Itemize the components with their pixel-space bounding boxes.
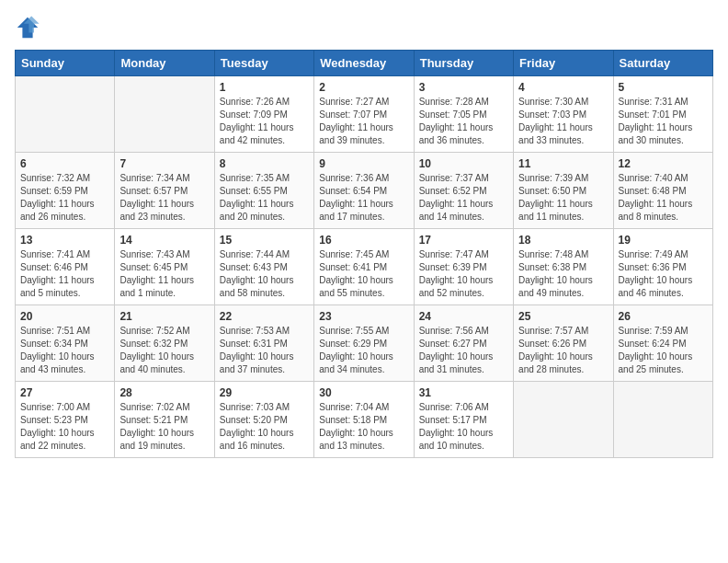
day-number: 23 bbox=[319, 310, 408, 323]
day-cell: 1Sunrise: 7:26 AMSunset: 7:09 PMDaylight… bbox=[214, 76, 313, 153]
day-info: Sunrise: 7:51 AMSunset: 6:34 PMDaylight:… bbox=[20, 325, 109, 376]
day-cell: 31Sunrise: 7:06 AMSunset: 5:17 PMDayligh… bbox=[414, 382, 513, 458]
day-number: 11 bbox=[518, 157, 608, 170]
day-info: Sunrise: 7:37 AMSunset: 6:52 PMDaylight:… bbox=[419, 172, 508, 224]
week-row-1: 1Sunrise: 7:26 AMSunset: 7:09 PMDaylight… bbox=[16, 76, 713, 153]
day-cell: 14Sunrise: 7:43 AMSunset: 6:45 PMDayligh… bbox=[115, 229, 214, 305]
day-info: Sunrise: 7:52 AMSunset: 6:32 PMDaylight:… bbox=[119, 325, 209, 376]
day-cell: 29Sunrise: 7:03 AMSunset: 5:20 PMDayligh… bbox=[214, 382, 313, 458]
day-cell: 19Sunrise: 7:49 AMSunset: 6:36 PMDayligh… bbox=[613, 229, 712, 305]
day-header-thursday: Thursday bbox=[414, 51, 513, 76]
day-cell bbox=[514, 382, 613, 458]
day-number: 12 bbox=[619, 157, 708, 170]
day-number: 18 bbox=[518, 234, 608, 247]
day-header-tuesday: Tuesday bbox=[214, 51, 313, 76]
day-number: 20 bbox=[20, 310, 109, 323]
day-cell: 6Sunrise: 7:32 AMSunset: 6:59 PMDaylight… bbox=[16, 153, 115, 229]
day-number: 2 bbox=[319, 81, 408, 94]
header-row: SundayMondayTuesdayWednesdayThursdayFrid… bbox=[16, 51, 713, 76]
day-number: 10 bbox=[419, 157, 508, 170]
day-info: Sunrise: 7:48 AMSunset: 6:38 PMDaylight:… bbox=[518, 248, 608, 300]
day-number: 1 bbox=[220, 81, 309, 94]
day-cell: 15Sunrise: 7:44 AMSunset: 6:43 PMDayligh… bbox=[214, 229, 313, 305]
day-cell: 17Sunrise: 7:47 AMSunset: 6:39 PMDayligh… bbox=[414, 229, 513, 305]
day-info: Sunrise: 7:43 AMSunset: 6:45 PMDaylight:… bbox=[119, 248, 209, 300]
day-info: Sunrise: 7:36 AMSunset: 6:54 PMDaylight:… bbox=[319, 172, 408, 224]
day-info: Sunrise: 7:00 AMSunset: 5:23 PMDaylight:… bbox=[20, 401, 109, 453]
day-number: 30 bbox=[319, 386, 408, 399]
day-info: Sunrise: 7:06 AMSunset: 5:17 PMDaylight:… bbox=[419, 401, 508, 453]
day-info: Sunrise: 7:39 AMSunset: 6:50 PMDaylight:… bbox=[518, 172, 608, 224]
day-number: 21 bbox=[119, 310, 209, 323]
day-info: Sunrise: 7:26 AMSunset: 7:09 PMDaylight:… bbox=[220, 96, 309, 147]
day-number: 29 bbox=[220, 386, 309, 399]
day-cell bbox=[16, 76, 115, 153]
logo-icon bbox=[15, 15, 40, 40]
day-cell: 21Sunrise: 7:52 AMSunset: 6:32 PMDayligh… bbox=[115, 305, 214, 382]
day-cell: 26Sunrise: 7:59 AMSunset: 6:24 PMDayligh… bbox=[613, 305, 712, 382]
day-number: 13 bbox=[20, 234, 109, 247]
day-info: Sunrise: 7:59 AMSunset: 6:24 PMDaylight:… bbox=[619, 325, 708, 376]
day-number: 5 bbox=[619, 81, 708, 94]
day-header-saturday: Saturday bbox=[613, 51, 712, 76]
day-info: Sunrise: 7:27 AMSunset: 7:07 PMDaylight:… bbox=[319, 96, 408, 147]
day-cell: 13Sunrise: 7:41 AMSunset: 6:46 PMDayligh… bbox=[16, 229, 115, 305]
day-info: Sunrise: 7:31 AMSunset: 7:01 PMDaylight:… bbox=[619, 96, 708, 147]
day-header-monday: Monday bbox=[115, 51, 214, 76]
day-info: Sunrise: 7:02 AMSunset: 5:21 PMDaylight:… bbox=[119, 401, 209, 453]
day-info: Sunrise: 7:45 AMSunset: 6:41 PMDaylight:… bbox=[319, 248, 408, 300]
day-info: Sunrise: 7:40 AMSunset: 6:48 PMDaylight:… bbox=[619, 172, 708, 224]
day-number: 17 bbox=[419, 234, 508, 247]
day-cell: 23Sunrise: 7:55 AMSunset: 6:29 PMDayligh… bbox=[314, 305, 414, 382]
day-info: Sunrise: 7:30 AMSunset: 7:03 PMDaylight:… bbox=[518, 96, 608, 147]
day-cell: 7Sunrise: 7:34 AMSunset: 6:57 PMDaylight… bbox=[115, 153, 214, 229]
day-info: Sunrise: 7:55 AMSunset: 6:29 PMDaylight:… bbox=[319, 325, 408, 376]
day-number: 19 bbox=[619, 234, 708, 247]
day-number: 14 bbox=[119, 234, 209, 247]
day-number: 24 bbox=[419, 310, 508, 323]
day-number: 16 bbox=[319, 234, 408, 247]
week-row-4: 20Sunrise: 7:51 AMSunset: 6:34 PMDayligh… bbox=[16, 305, 713, 382]
day-number: 7 bbox=[119, 157, 209, 170]
day-cell: 8Sunrise: 7:35 AMSunset: 6:55 PMDaylight… bbox=[214, 153, 313, 229]
day-cell bbox=[613, 382, 712, 458]
day-cell: 28Sunrise: 7:02 AMSunset: 5:21 PMDayligh… bbox=[115, 382, 214, 458]
day-number: 6 bbox=[20, 157, 109, 170]
week-row-5: 27Sunrise: 7:00 AMSunset: 5:23 PMDayligh… bbox=[16, 382, 713, 458]
day-number: 27 bbox=[20, 386, 109, 399]
day-cell: 10Sunrise: 7:37 AMSunset: 6:52 PMDayligh… bbox=[414, 153, 513, 229]
day-cell: 11Sunrise: 7:39 AMSunset: 6:50 PMDayligh… bbox=[514, 153, 613, 229]
day-number: 31 bbox=[419, 386, 508, 399]
day-cell: 27Sunrise: 7:00 AMSunset: 5:23 PMDayligh… bbox=[16, 382, 115, 458]
day-info: Sunrise: 7:47 AMSunset: 6:39 PMDaylight:… bbox=[419, 248, 508, 300]
day-cell: 20Sunrise: 7:51 AMSunset: 6:34 PMDayligh… bbox=[16, 305, 115, 382]
day-cell: 5Sunrise: 7:31 AMSunset: 7:01 PMDaylight… bbox=[613, 76, 712, 153]
day-info: Sunrise: 7:49 AMSunset: 6:36 PMDaylight:… bbox=[619, 248, 708, 300]
day-info: Sunrise: 7:28 AMSunset: 7:05 PMDaylight:… bbox=[419, 96, 508, 147]
day-header-wednesday: Wednesday bbox=[314, 51, 414, 76]
day-cell: 12Sunrise: 7:40 AMSunset: 6:48 PMDayligh… bbox=[613, 153, 712, 229]
day-cell: 9Sunrise: 7:36 AMSunset: 6:54 PMDaylight… bbox=[314, 153, 414, 229]
day-info: Sunrise: 7:34 AMSunset: 6:57 PMDaylight:… bbox=[119, 172, 209, 224]
day-info: Sunrise: 7:56 AMSunset: 6:27 PMDaylight:… bbox=[419, 325, 508, 376]
day-info: Sunrise: 7:44 AMSunset: 6:43 PMDaylight:… bbox=[220, 248, 309, 300]
day-number: 3 bbox=[419, 81, 508, 94]
page-header bbox=[15, 15, 713, 40]
day-info: Sunrise: 7:04 AMSunset: 5:18 PMDaylight:… bbox=[319, 401, 408, 453]
logo bbox=[15, 15, 44, 40]
day-info: Sunrise: 7:03 AMSunset: 5:20 PMDaylight:… bbox=[220, 401, 309, 453]
day-info: Sunrise: 7:32 AMSunset: 6:59 PMDaylight:… bbox=[20, 172, 109, 224]
day-number: 25 bbox=[518, 310, 608, 323]
day-header-sunday: Sunday bbox=[16, 51, 115, 76]
day-number: 28 bbox=[119, 386, 209, 399]
week-row-2: 6Sunrise: 7:32 AMSunset: 6:59 PMDaylight… bbox=[16, 153, 713, 229]
day-number: 15 bbox=[220, 234, 309, 247]
day-cell: 3Sunrise: 7:28 AMSunset: 7:05 PMDaylight… bbox=[414, 76, 513, 153]
day-cell: 24Sunrise: 7:56 AMSunset: 6:27 PMDayligh… bbox=[414, 305, 513, 382]
day-cell bbox=[115, 76, 214, 153]
day-number: 9 bbox=[319, 157, 408, 170]
calendar-table: SundayMondayTuesdayWednesdayThursdayFrid… bbox=[15, 50, 713, 458]
day-number: 4 bbox=[518, 81, 608, 94]
day-cell: 25Sunrise: 7:57 AMSunset: 6:26 PMDayligh… bbox=[514, 305, 613, 382]
day-number: 26 bbox=[619, 310, 708, 323]
